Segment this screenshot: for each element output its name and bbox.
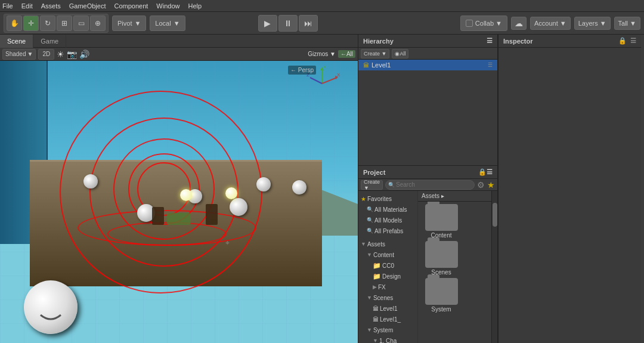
menu-assets[interactable]: Assets bbox=[41, 2, 61, 10]
hierarchy-all-btn[interactable]: ◉All bbox=[392, 49, 408, 58]
search-icon-sm2: 🔍 bbox=[367, 217, 373, 223]
fx-folder[interactable]: ▶ FX bbox=[358, 282, 417, 292]
sphere-4 bbox=[230, 198, 247, 216]
project-settings-icon[interactable]: ⚙ bbox=[477, 180, 485, 190]
pivot-button[interactable]: Pivot ▼ bbox=[112, 16, 146, 31]
gizmos-label[interactable]: Gizmos ▼ bbox=[308, 51, 336, 57]
menu-help[interactable]: Help bbox=[188, 2, 202, 10]
level1-label: Level1 bbox=[371, 61, 391, 69]
favorites-header[interactable]: ★ Favorites bbox=[358, 193, 417, 204]
fav-models[interactable]: 🔍 All Models bbox=[358, 215, 417, 225]
hand-tool[interactable]: ✋ bbox=[7, 16, 22, 31]
assets-crumb[interactable]: Assets ▸ bbox=[422, 193, 444, 199]
layout-button[interactable]: Tall ▼ bbox=[614, 17, 640, 30]
all-label[interactable]: ←All bbox=[338, 50, 355, 58]
rotate-tool[interactable]: ↻ bbox=[40, 16, 55, 31]
fx-arrow: ▶ bbox=[373, 284, 377, 290]
project-search-input[interactable] bbox=[396, 181, 472, 188]
menu-file[interactable]: File bbox=[2, 2, 13, 10]
scene-view[interactable]: ⌖ Y bbox=[0, 61, 358, 343]
play-button[interactable]: ▶ bbox=[258, 15, 277, 32]
system-folder[interactable]: ▼ System bbox=[358, 325, 417, 335]
layers-button[interactable]: Layers ▼ bbox=[574, 17, 611, 30]
scenes-arrow: ▼ bbox=[367, 295, 372, 301]
asset-content-folder[interactable]: Content bbox=[420, 204, 462, 239]
inspector-lock-icon[interactable]: 🔒 bbox=[618, 37, 627, 45]
asset-breadcrumb: Assets ▸ bbox=[418, 191, 491, 202]
tab-scene[interactable]: Scene bbox=[0, 35, 33, 48]
project-panel: Project 🔒 ☰ Create ▼ 🔍 ⚙ ★ ★ bbox=[358, 166, 497, 343]
light-icon[interactable]: ☀ bbox=[57, 50, 64, 59]
shaded-label: Shaded bbox=[5, 51, 26, 57]
rect-tool[interactable]: ▭ bbox=[73, 16, 89, 31]
local-button[interactable]: Local ▼ bbox=[150, 16, 185, 31]
step-button[interactable]: ⏭ bbox=[299, 15, 318, 32]
move-tool[interactable]: ✛ bbox=[23, 16, 39, 31]
post-object bbox=[152, 207, 164, 225]
search-icon-sm: 🔍 bbox=[367, 206, 373, 212]
sphere-1 bbox=[83, 174, 98, 189]
menu-gameobject[interactable]: GameObject bbox=[69, 2, 106, 10]
hierarchy-create-btn[interactable]: Create ▼ bbox=[361, 49, 389, 58]
content-folder[interactable]: ▼ Content bbox=[358, 249, 417, 260]
design-folder[interactable]: 📁 Design bbox=[358, 271, 417, 282]
layout-arrow: ▼ bbox=[630, 20, 636, 27]
project-scrollbar[interactable] bbox=[491, 191, 497, 343]
menu-edit[interactable]: Edit bbox=[21, 2, 33, 10]
collab-button[interactable]: Collab ▼ bbox=[460, 16, 507, 31]
menu-window[interactable]: Window bbox=[156, 2, 179, 10]
play-controls: ▶ ⏸ ⏭ bbox=[258, 15, 318, 32]
green-object bbox=[167, 213, 191, 225]
account-button[interactable]: Account ▼ bbox=[530, 17, 571, 30]
inspector-panel: Inspector 🔒 ☰ bbox=[498, 35, 641, 343]
twod-button[interactable]: 2D bbox=[38, 49, 54, 60]
assets-arrow: ▼ bbox=[361, 241, 366, 247]
scale-tool[interactable]: ⊞ bbox=[57, 16, 72, 31]
scenes-folder[interactable]: ▼ Scenes bbox=[358, 292, 417, 303]
transform-tool[interactable]: ⊕ bbox=[90, 16, 106, 31]
project-menu-icon[interactable]: ☰ bbox=[487, 168, 493, 176]
asset-content: Assets ▸ Content Scenes bbox=[418, 191, 491, 343]
persp-label: ← Persp bbox=[288, 66, 316, 75]
project-assets-grid: Content Scenes System bbox=[418, 202, 491, 343]
system-label: System bbox=[373, 327, 393, 333]
camera-icon[interactable]: 📷 bbox=[67, 50, 77, 59]
cha-label: 1. Cha bbox=[379, 338, 397, 344]
right-controls: Collab ▼ ☁ Account ▼ Layers ▼ Tall ▼ bbox=[460, 16, 640, 31]
hierarchy-item-menu[interactable]: ☰ bbox=[488, 62, 493, 68]
asset-system-folder[interactable]: System bbox=[420, 278, 462, 313]
project-scrollbar-thumb[interactable] bbox=[493, 203, 497, 227]
asset-scenes-folder[interactable]: Scenes bbox=[420, 241, 462, 276]
hierarchy-menu-icon[interactable]: ☰ bbox=[487, 37, 493, 45]
cha-folder[interactable]: ▼ 1. Cha bbox=[358, 335, 417, 343]
hierarchy-toolbar: Create ▼ ◉All bbox=[358, 48, 497, 60]
project-lock-icon[interactable]: 🔒 bbox=[478, 168, 487, 176]
level1b-folder[interactable]: 🏛 Level1_ bbox=[358, 314, 417, 325]
inspector-menu-icon[interactable]: ☰ bbox=[630, 37, 636, 45]
scene-toolbar: Shaded ▼ 2D ☀ 📷 🔊 Gizmos ▼ ←All bbox=[0, 48, 358, 61]
audio-icon[interactable]: 🔊 bbox=[79, 50, 89, 59]
cloud-button[interactable]: ☁ bbox=[511, 17, 527, 30]
menu-component[interactable]: Component bbox=[114, 2, 148, 10]
fav-materials[interactable]: 🔍 All Materials bbox=[358, 204, 417, 215]
hierarchy-item-level1[interactable]: 🏛 Level1 ☰ bbox=[358, 60, 497, 70]
shaded-select[interactable]: Shaded ▼ bbox=[2, 49, 36, 60]
system-folder-icon bbox=[425, 278, 458, 305]
fav-prefabs[interactable]: 🔍 All Prefabs bbox=[358, 225, 417, 236]
svg-text:Y: Y bbox=[323, 66, 327, 69]
pause-button[interactable]: ⏸ bbox=[278, 15, 298, 32]
project-content: ★ Favorites 🔍 All Materials 🔍 All Models… bbox=[358, 191, 497, 343]
content-folder-icon bbox=[425, 204, 458, 231]
cc0-folder[interactable]: 📁 CC0 bbox=[358, 260, 417, 271]
project-create-btn[interactable]: Create ▼ bbox=[361, 180, 383, 190]
tab-game[interactable]: Game bbox=[33, 35, 66, 48]
design-label: Design bbox=[382, 273, 401, 280]
toolbar: ✋ ✛ ↻ ⊞ ▭ ⊕ Pivot ▼ Local ▼ ▶ ⏸ ⏭ Collab… bbox=[0, 12, 644, 35]
pivot-arrow: ▼ bbox=[134, 20, 141, 27]
cc0-label: CC0 bbox=[382, 262, 394, 269]
level1-folder[interactable]: 🏛 Level1 bbox=[358, 303, 417, 314]
hierarchy-header: Hierarchy ☰ bbox=[358, 35, 497, 48]
project-star-icon[interactable]: ★ bbox=[487, 180, 495, 190]
project-search[interactable]: 🔍 bbox=[385, 180, 475, 190]
assets-root[interactable]: ▼ Assets bbox=[358, 239, 417, 249]
